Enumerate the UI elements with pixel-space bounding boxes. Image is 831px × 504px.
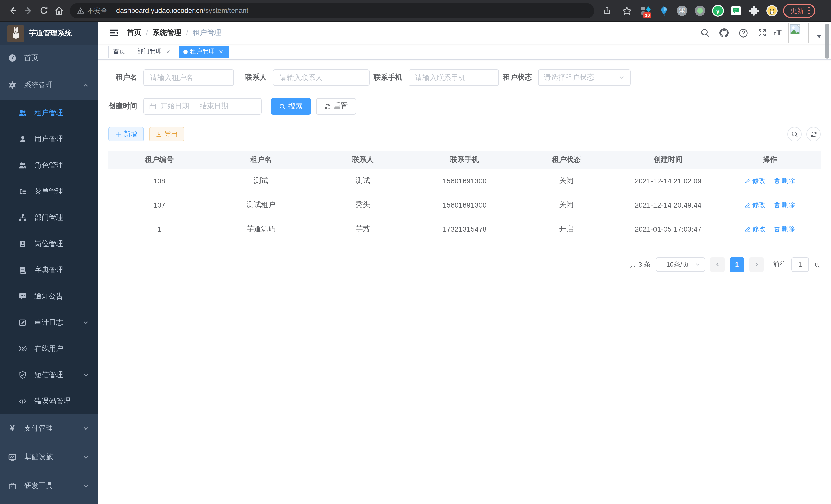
- breadcrumb-home[interactable]: 首页: [127, 28, 141, 37]
- sidebar-item-dept[interactable]: 部门管理: [0, 205, 98, 231]
- message-bubble-icon: [19, 292, 27, 300]
- dictionary-icon: [19, 266, 27, 274]
- profile-avatar-icon[interactable]: [765, 4, 779, 17]
- tab-dept[interactable]: 部门管理 ×: [133, 46, 176, 58]
- col-status: 租户状态: [515, 151, 617, 169]
- refresh-table-icon[interactable]: [806, 127, 821, 141]
- org-tree-icon: [19, 213, 27, 222]
- sidebar-item-tenant[interactable]: 租户管理: [0, 100, 98, 126]
- create-time-label: 创建时间: [109, 102, 143, 111]
- close-icon[interactable]: ×: [218, 48, 225, 55]
- fullscreen-icon[interactable]: [754, 25, 770, 40]
- tab-home[interactable]: 首页: [109, 46, 130, 58]
- active-tab-dot: [183, 50, 188, 54]
- navbar-actions: тT: [697, 23, 824, 43]
- chevron-down-icon: [83, 372, 89, 378]
- filter-row-1: 租户名 联系人 联系手机 租户状态 请选择租户状态: [109, 69, 821, 86]
- sidebar-item-devtools[interactable]: 研发工具: [0, 472, 98, 500]
- browser-menu-icon[interactable]: [808, 7, 810, 14]
- browser-reload-icon[interactable]: [36, 3, 51, 18]
- share-icon[interactable]: [599, 3, 614, 18]
- add-button[interactable]: 新增: [109, 127, 144, 141]
- sidebar-item-online-users[interactable]: 在线用户: [0, 335, 98, 362]
- sidebar-item-post[interactable]: 岗位管理: [0, 231, 98, 257]
- chevron-down-icon: [83, 483, 89, 489]
- export-button[interactable]: 导出: [149, 127, 184, 141]
- edit-link[interactable]: 修改: [745, 200, 766, 209]
- next-page-button[interactable]: [749, 257, 764, 271]
- sidebar-item-user[interactable]: 用户管理: [0, 126, 98, 152]
- delete-link[interactable]: 删除: [774, 200, 795, 209]
- font-size-icon[interactable]: тT: [773, 28, 782, 38]
- search-icon: [279, 103, 286, 110]
- app-title: 芋道管理系统: [29, 29, 72, 38]
- header-search-icon[interactable]: [697, 25, 713, 40]
- avatar-caret-icon[interactable]: [816, 35, 822, 38]
- security-label: 不安全: [87, 6, 107, 15]
- extension-command-icon[interactable]: ⌘: [675, 4, 689, 17]
- goto-label: 前往: [773, 260, 786, 269]
- close-icon[interactable]: ×: [165, 48, 172, 55]
- extensions-puzzle-icon[interactable]: [747, 4, 761, 17]
- mobile-label: 联系手机: [374, 73, 408, 82]
- sidebar-item-payment[interactable]: ¥ 支付管理: [0, 414, 98, 443]
- chevron-right-icon: [754, 262, 759, 267]
- edit-link[interactable]: 修改: [745, 176, 766, 185]
- goto-page-input[interactable]: [792, 257, 809, 271]
- extension-kite-icon[interactable]: [657, 4, 671, 17]
- edit-link[interactable]: 修改: [745, 224, 766, 234]
- current-page-button[interactable]: 1: [730, 257, 744, 271]
- delete-link[interactable]: 删除: [774, 176, 795, 185]
- extension-tag-manager-icon[interactable]: 10: [639, 4, 653, 17]
- sidebar-item-system[interactable]: 系统管理: [0, 71, 98, 100]
- extension-yuque-icon[interactable]: y: [711, 4, 725, 17]
- delete-link[interactable]: 删除: [774, 224, 795, 234]
- status-select[interactable]: 请选择租户状态: [538, 69, 631, 86]
- mobile-input[interactable]: [408, 69, 499, 86]
- help-icon[interactable]: [736, 25, 751, 40]
- sidebar-item-role[interactable]: 角色管理: [0, 152, 98, 178]
- create-time-range-picker[interactable]: 开始日期 - 结束日期: [143, 98, 262, 115]
- tenant-name-input[interactable]: [143, 69, 234, 86]
- contact-label: 联系人: [238, 73, 273, 82]
- github-icon[interactable]: [716, 25, 732, 40]
- sidebar-item-audit-log[interactable]: 审计日志: [0, 309, 98, 335]
- chevron-up-icon: [83, 82, 89, 88]
- sidebar-item-sms[interactable]: 短信管理: [0, 362, 98, 388]
- sidebar-collapse-icon[interactable]: [105, 24, 123, 41]
- page-size-select[interactable]: 10条/页: [656, 257, 705, 271]
- scrollbar-thumb[interactable]: [825, 24, 829, 59]
- filter-row-2: 创建时间 开始日期 - 结束日期 搜索 重置: [109, 98, 821, 115]
- search-button[interactable]: 搜索: [271, 98, 311, 115]
- tab-tenant[interactable]: 租户管理 ×: [179, 46, 229, 58]
- sidebar-item-dict[interactable]: 字典管理: [0, 257, 98, 283]
- reset-button[interactable]: 重置: [316, 98, 356, 115]
- status-text: 关闭: [515, 169, 617, 192]
- sidebar-item-error-code[interactable]: 错误码管理: [0, 388, 98, 414]
- sidebar-item-home[interactable]: 首页: [0, 45, 98, 71]
- address-bar[interactable]: 不安全 dashboard.yudao.iocoder.cn/system/te…: [70, 3, 594, 18]
- download-icon: [156, 131, 162, 137]
- sidebar-item-notice[interactable]: 通知公告: [0, 283, 98, 309]
- browser-home-icon[interactable]: [51, 3, 67, 18]
- chevron-down-icon: [83, 425, 89, 432]
- extension-badge: 10: [643, 12, 651, 18]
- user-avatar[interactable]: [789, 23, 809, 43]
- screen: 不安全 dashboard.yudao.iocoder.cn/system/te…: [0, 0, 831, 504]
- browser-back-icon[interactable]: [5, 3, 21, 18]
- top-navbar: 首页 / 系统管理 / 租户管理: [98, 22, 831, 44]
- contact-input[interactable]: [273, 69, 370, 86]
- extension-dot-icon[interactable]: [693, 4, 707, 17]
- prev-page-button[interactable]: [710, 257, 725, 271]
- bookmark-star-icon[interactable]: [619, 3, 635, 18]
- chrome-update-button[interactable]: 更新: [783, 3, 815, 18]
- sidebar-item-infra[interactable]: 基础设施: [0, 443, 98, 472]
- sidebar-item-menu[interactable]: 菜单管理: [0, 178, 98, 205]
- table-header-row: 租户编号 租户名 联系人 联系手机 租户状态 创建时间 操作: [109, 151, 821, 169]
- browser-forward-icon[interactable]: [21, 3, 36, 18]
- status-label: 租户状态: [503, 73, 538, 82]
- breadcrumb-system[interactable]: 系统管理: [153, 28, 181, 37]
- toggle-search-icon[interactable]: [787, 127, 802, 141]
- extension-chat-icon[interactable]: [729, 4, 743, 17]
- col-tenant-name: 租户名: [210, 151, 312, 169]
